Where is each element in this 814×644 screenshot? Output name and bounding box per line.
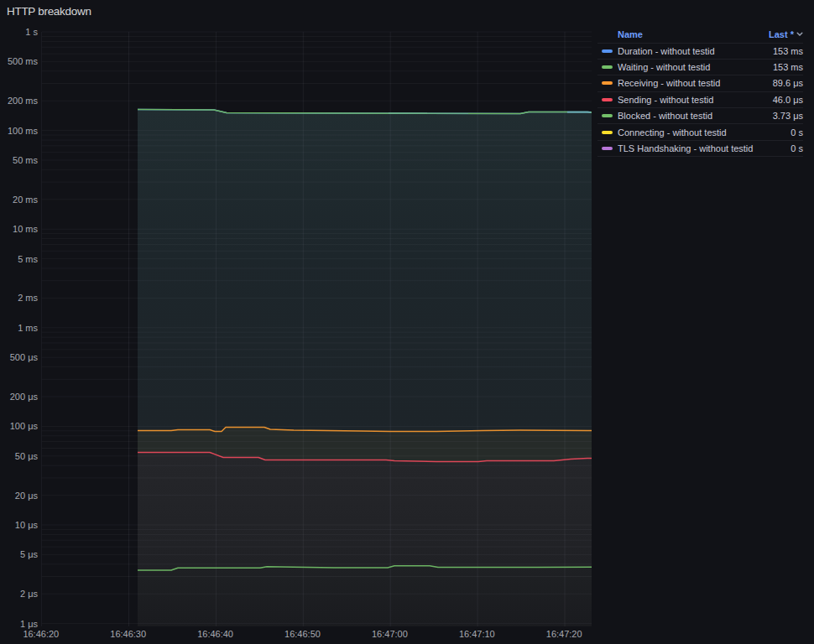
svg-text:16:47:20: 16:47:20: [546, 629, 582, 639]
svg-text:10 μs: 10 μs: [15, 520, 39, 530]
svg-text:5 ms: 5 ms: [18, 254, 38, 264]
svg-text:10 ms: 10 ms: [13, 224, 38, 234]
svg-text:16:47:10: 16:47:10: [459, 629, 495, 639]
svg-text:500 μs: 500 μs: [10, 352, 39, 362]
svg-text:20 μs: 20 μs: [15, 491, 39, 501]
svg-text:16:46:20: 16:46:20: [23, 629, 59, 639]
svg-text:100 ms: 100 ms: [8, 126, 39, 136]
svg-text:16:46:30: 16:46:30: [110, 629, 146, 639]
svg-text:500 ms: 500 ms: [8, 56, 39, 66]
svg-text:200 ms: 200 ms: [8, 96, 39, 106]
svg-text:2 μs: 2 μs: [20, 589, 39, 599]
svg-text:16:46:50: 16:46:50: [284, 629, 321, 639]
svg-text:1 ms: 1 ms: [18, 323, 38, 333]
svg-text:50 ms: 50 ms: [13, 155, 38, 165]
svg-text:16:47:00: 16:47:00: [372, 629, 408, 639]
svg-text:16:46:40: 16:46:40: [197, 629, 233, 639]
svg-text:100 μs: 100 μs: [10, 421, 39, 431]
svg-text:20 ms: 20 ms: [13, 195, 38, 205]
svg-text:2 ms: 2 ms: [18, 293, 38, 303]
svg-text:5 μs: 5 μs: [20, 549, 39, 559]
svg-text:200 μs: 200 μs: [10, 392, 39, 402]
svg-text:1 s: 1 s: [25, 27, 38, 37]
svg-text:1 μs: 1 μs: [20, 619, 39, 629]
svg-text:50 μs: 50 μs: [15, 451, 39, 461]
